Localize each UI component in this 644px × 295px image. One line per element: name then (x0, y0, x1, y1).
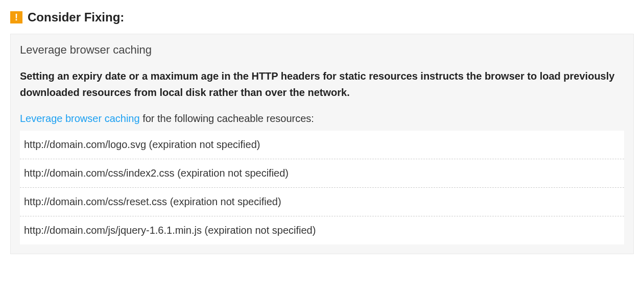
rule-description: Setting an expiry date or a maximum age … (20, 68, 624, 101)
warning-icon: ! (10, 11, 22, 23)
leverage-caching-link[interactable]: Leverage browser caching (20, 113, 140, 124)
header-title: Consider Fixing: (28, 10, 124, 24)
rule-content-box: Leverage browser caching Setting an expi… (10, 34, 634, 254)
resource-list: http://domain.com/logo.svg (expiration n… (20, 131, 624, 244)
list-item: http://domain.com/logo.svg (expiration n… (20, 131, 624, 159)
rule-following-text: for the following cacheable resources: (140, 113, 314, 124)
list-item: http://domain.com/css/reset.css (expirat… (20, 188, 624, 216)
list-item: http://domain.com/js/jquery-1.6.1.min.js… (20, 216, 624, 244)
consider-fixing-header: ! Consider Fixing: (10, 10, 634, 24)
rule-subline: Leverage browser caching for the followi… (20, 113, 624, 125)
list-item: http://domain.com/css/index2.css (expira… (20, 159, 624, 188)
rule-title: Leverage browser caching (20, 43, 624, 57)
